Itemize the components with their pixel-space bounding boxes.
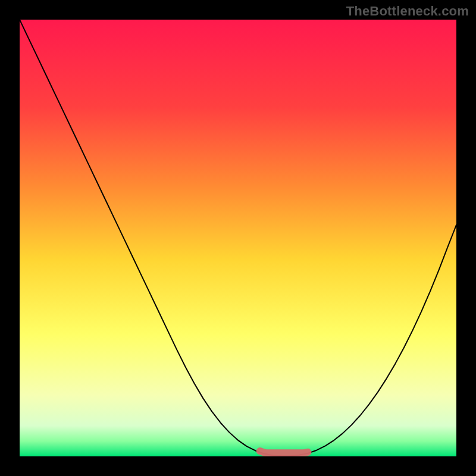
plot-area (20, 20, 456, 456)
chart-svg (20, 20, 456, 456)
watermark-text: TheBottleneck.com (346, 4, 469, 19)
gradient-background (20, 20, 456, 456)
chart-frame: TheBottleneck.com (0, 0, 476, 476)
optimal-region-highlight (260, 451, 308, 453)
